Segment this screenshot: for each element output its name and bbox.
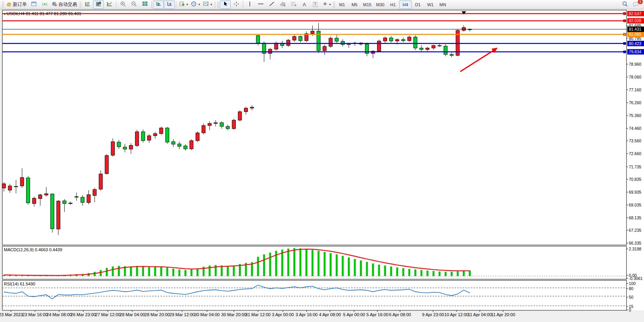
search-button[interactable] xyxy=(619,0,630,9)
svg-text:28 Mar 04:00: 28 Mar 04:00 xyxy=(120,312,145,317)
svg-text:73.560: 73.560 xyxy=(629,138,641,143)
toolbar-separator xyxy=(176,1,176,8)
auto-scroll-button[interactable] xyxy=(153,0,164,9)
svg-text:29 Mar 12:00: 29 Mar 12:00 xyxy=(170,312,195,317)
bar-chart-button[interactable] xyxy=(82,0,93,9)
panel-frames xyxy=(2,10,644,310)
svg-text:0: 0 xyxy=(629,308,631,312)
svg-text:76.260: 76.260 xyxy=(629,100,641,105)
cursor-icon xyxy=(223,1,228,8)
chart-area[interactable]: 81.68580.78578.96078.06077.16076.26075.3… xyxy=(0,9,644,322)
toolbar: 新订单 自动交易 xyxy=(0,0,644,9)
timeframe-m30-button[interactable]: M30 xyxy=(374,0,386,9)
timeframe-h1-button[interactable]: H1 xyxy=(387,0,399,9)
svg-text:23 Mar 2023: 23 Mar 2023 xyxy=(0,312,23,317)
timeframe-mn-button[interactable]: MN xyxy=(437,0,449,9)
dropdown-caret-icon: ▾ xyxy=(211,3,212,6)
chart-shift-icon xyxy=(167,1,172,8)
svg-text:26 Mar 23:00: 26 Mar 23:00 xyxy=(71,312,96,317)
svg-text:30 Mar 04:00: 30 Mar 04:00 xyxy=(195,312,220,317)
timeframe-m1-button[interactable]: M1 xyxy=(336,0,348,9)
text-tool-label: A xyxy=(303,2,306,7)
fibonacci-tool-button[interactable]: F xyxy=(288,0,299,9)
svg-text:81.431: 81.431 xyxy=(629,27,641,32)
channel-tool-button[interactable]: E xyxy=(277,0,288,9)
time-axis[interactable]: 23 Mar 202323 Mar 16:0024 Mar 08:0026 Ma… xyxy=(0,310,515,317)
toolbar-grip[interactable] xyxy=(217,2,219,8)
dropdown-caret-icon: ▾ xyxy=(186,3,188,6)
fibonacci-icon: F xyxy=(290,1,297,8)
toolbar-grip[interactable] xyxy=(333,2,335,8)
toolbar-separator xyxy=(243,1,243,8)
svg-text:79.834: 79.834 xyxy=(629,49,641,54)
zoom-out-icon xyxy=(131,1,137,8)
tile-windows-button[interactable] xyxy=(139,0,150,9)
notifications-button[interactable]: 1 xyxy=(630,0,641,9)
new-order-button[interactable]: 新订单 xyxy=(5,0,28,9)
bar-chart-icon xyxy=(85,1,91,8)
toolbar-grip[interactable] xyxy=(2,2,4,8)
svg-text:81.065: 81.065 xyxy=(629,32,641,37)
vertical-line-icon xyxy=(248,1,252,8)
svg-text:74.460: 74.460 xyxy=(629,126,641,131)
svg-text:78.060: 78.060 xyxy=(629,75,641,79)
text-label-tool-button[interactable]: T xyxy=(310,0,321,9)
search-icon xyxy=(622,1,628,8)
svg-text:3 Apr 00:00: 3 Apr 00:00 xyxy=(272,312,294,317)
horizontal-line-icon xyxy=(258,1,264,8)
line-chart-button[interactable] xyxy=(104,0,115,9)
timeframe-d1-button[interactable]: D1 xyxy=(412,0,424,9)
autotrade-button[interactable]: 自动交易 xyxy=(50,0,79,9)
template-icon xyxy=(203,1,209,8)
window-icon xyxy=(31,2,37,7)
timeframe-w1-button[interactable]: W1 xyxy=(424,0,437,9)
svg-text:80: 80 xyxy=(629,286,633,291)
vertical-line-tool-button[interactable] xyxy=(244,0,255,9)
toolbar-separator xyxy=(116,1,116,8)
chart-canvas[interactable]: 81.68580.78578.96078.06077.16076.26075.3… xyxy=(0,9,644,322)
market-window-button[interactable] xyxy=(28,0,39,9)
toolbar-grip[interactable] xyxy=(79,2,81,8)
crosshair-tool-button[interactable] xyxy=(231,0,242,9)
svg-text:77.160: 77.160 xyxy=(629,88,641,92)
new-order-icon xyxy=(6,2,12,7)
timeframe-m15-button[interactable]: M15 xyxy=(361,0,374,9)
svg-text:82.537: 82.537 xyxy=(629,11,641,16)
crosshair-icon xyxy=(233,1,239,8)
svg-text:69.035: 69.035 xyxy=(629,203,641,207)
trendline-tool-button[interactable] xyxy=(266,0,277,9)
svg-text:66.335: 66.335 xyxy=(629,241,641,245)
periods-button[interactable]: ▾ xyxy=(190,0,202,9)
svg-text:68.135: 68.135 xyxy=(629,215,641,220)
candlestick-chart-button[interactable] xyxy=(93,0,104,9)
cursor-tool-button[interactable] xyxy=(220,0,231,9)
svg-text:72.660: 72.660 xyxy=(629,151,641,156)
svg-text:80.423: 80.423 xyxy=(629,41,641,46)
svg-text:24 Mar 08:00: 24 Mar 08:00 xyxy=(47,312,72,317)
svg-text:75.360: 75.360 xyxy=(629,113,641,118)
zoom-out-button[interactable] xyxy=(128,0,139,9)
svg-text:100: 100 xyxy=(629,281,636,286)
svg-text:28 Mar 20:00: 28 Mar 20:00 xyxy=(145,312,170,317)
svg-text:82.028: 82.028 xyxy=(629,18,641,23)
text-tool-button[interactable]: A xyxy=(299,0,310,9)
indicators-icon xyxy=(179,1,185,8)
svg-text:E: E xyxy=(284,4,286,7)
signals-button[interactable] xyxy=(39,0,50,9)
indicators-button[interactable]: ▾ xyxy=(177,0,190,9)
svg-text:50: 50 xyxy=(629,295,633,299)
channel-icon: E xyxy=(279,1,286,8)
horizontal-line-tool-button[interactable] xyxy=(255,0,266,9)
svg-text:27 Mar 12:00: 27 Mar 12:00 xyxy=(95,312,121,317)
timeframe-m5-button[interactable]: M5 xyxy=(348,0,361,9)
timeframe-h4-button[interactable]: H4 xyxy=(399,0,412,9)
autotrade-globe-icon xyxy=(52,2,57,8)
notification-badge: 1 xyxy=(638,0,643,4)
arrows-tool-button[interactable]: ▾ xyxy=(321,0,332,9)
templates-button[interactable]: ▾ xyxy=(202,0,214,9)
chart-shift-button[interactable] xyxy=(164,0,175,9)
svg-text:5 Apr 16:00: 5 Apr 16:00 xyxy=(367,312,388,317)
svg-text:67.235: 67.235 xyxy=(629,228,641,233)
zoom-in-button[interactable] xyxy=(118,0,128,9)
svg-text:11 Apr 04:00: 11 Apr 04:00 xyxy=(468,312,492,317)
